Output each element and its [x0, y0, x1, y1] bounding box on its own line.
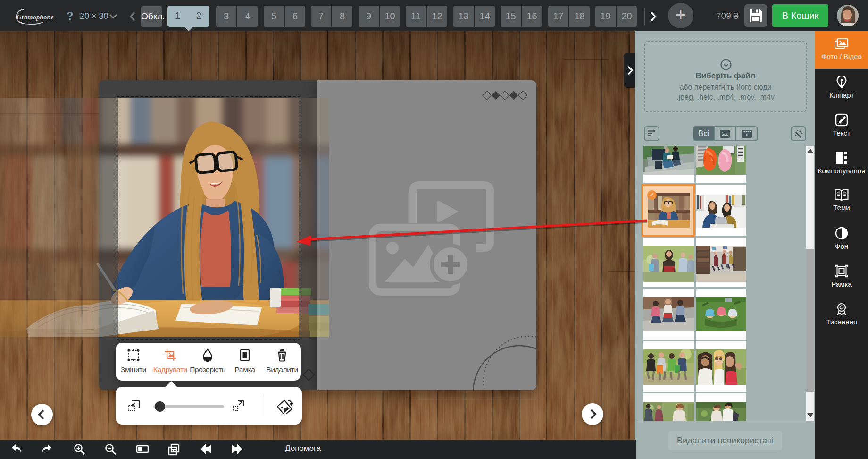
svg-text:Gramophone: Gramophone	[17, 13, 54, 21]
